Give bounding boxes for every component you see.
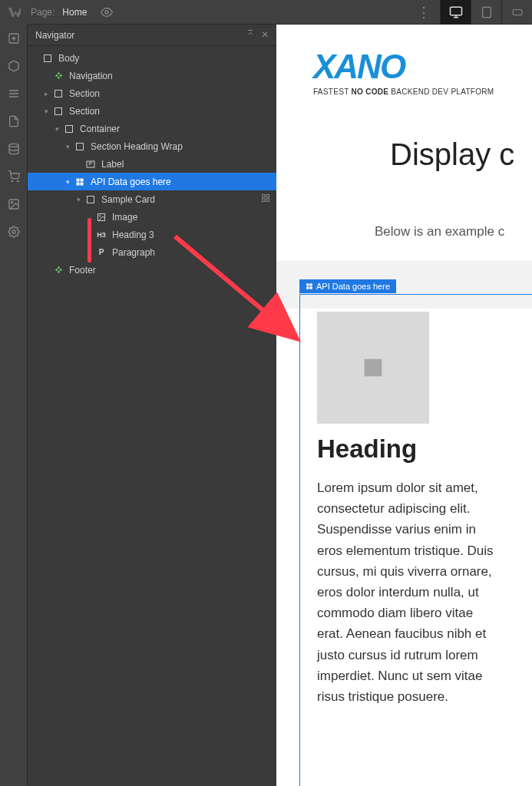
page-name[interactable]: Home [62,7,87,18]
card-heading[interactable]: Heading [317,434,515,464]
svg-rect-25 [266,199,269,202]
svg-rect-1 [450,7,461,15]
component-icon [52,266,64,274]
collapse-icon[interactable] [246,29,255,41]
more-icon[interactable]: ⋮ [408,4,440,21]
container-icon [63,124,75,134]
close-panel-icon[interactable]: ✕ [261,29,269,41]
desktop-view-button[interactable] [440,0,471,25]
api-data-label[interactable]: API Data goes here [299,279,396,293]
div-icon [74,142,86,151]
svg-rect-19 [77,182,80,185]
pages-button[interactable] [0,52,28,80]
navigator-tree: Body Navigation ▸ Section ▾ Section ▾ Co… [28,46,276,279]
tool-sidebar [0,25,28,786]
settings-button[interactable] [0,218,28,246]
page-title: Display c [390,137,532,172]
tree-section-2[interactable]: ▾ Section [28,102,276,120]
ecommerce-button[interactable] [0,163,28,190]
tree-image[interactable]: Image [28,208,276,226]
tablet-view-button[interactable] [471,0,501,25]
design-canvas[interactable]: XANO FASTEST NO CODE BACKEND DEV PLATFOR… [276,25,532,786]
page-label: Page: [31,7,55,18]
svg-rect-13 [55,107,62,114]
tree-container[interactable]: ▾ Container [28,120,276,137]
navigator-header: Navigator ✕ [28,25,276,46]
image-tree-icon [95,213,107,222]
logo-block: XANO FASTEST NO CODE BACKEND DEV PLATFOR… [313,48,532,96]
xano-logo: XANO [313,48,532,86]
assets-button[interactable] [0,190,28,218]
tree-heading3[interactable]: H3 Heading 3 [28,226,276,243]
svg-point-0 [105,11,108,14]
div-icon [84,195,97,204]
preview-icon[interactable] [101,6,113,18]
svg-point-9 [12,202,13,203]
heading-icon: H3 [95,231,107,239]
tree-section-heading-wrap[interactable]: ▾ Section Heading Wrap [28,137,276,155]
grid-badge-icon [261,193,270,205]
component-icon [52,71,64,80]
tree-navigation[interactable]: Navigation [28,67,276,84]
svg-rect-28 [306,283,309,286]
svg-rect-3 [513,9,522,15]
svg-point-5 [9,144,18,147]
navigator-panel: Navigator ✕ Body Navigation ▸ Section ▾ … [28,25,276,786]
svg-point-7 [18,180,18,181]
api-label-text: API Data goes here [316,282,390,291]
navigator-button[interactable] [0,80,28,107]
tree-section-1[interactable]: ▸ Section [28,84,276,102]
svg-rect-12 [55,90,62,97]
image-icon [358,355,388,381]
api-data-container[interactable]: Heading Lorem ipsum dolor sit amet, cons… [299,294,532,786]
navigator-title: Navigator [35,30,74,41]
body-icon [41,54,54,63]
svg-rect-18 [81,178,84,181]
grid-icon [74,177,86,187]
section-icon [52,107,64,116]
svg-rect-20 [81,182,84,185]
svg-rect-22 [263,195,266,198]
tree-footer[interactable]: Footer [28,261,276,279]
svg-point-27 [100,215,101,216]
webflow-logo-icon[interactable] [0,0,28,25]
add-element-button[interactable] [0,25,28,52]
svg-rect-11 [45,54,51,61]
grid-icon [306,282,313,290]
page-subtitle: Below is an example c [375,224,532,239]
annotation-highlight [88,218,91,263]
svg-rect-29 [309,283,312,286]
image-placeholder[interactable] [317,312,429,424]
svg-rect-31 [309,286,312,289]
cms-button[interactable] [0,135,28,163]
svg-rect-2 [482,7,491,17]
tree-api-data[interactable]: ▾ API Data goes here [28,173,276,190]
svg-rect-24 [263,199,266,202]
tagline: FASTEST NO CODE BACKEND DEV PLATFORM [313,88,532,96]
file-button[interactable] [0,107,28,135]
tree-sample-card[interactable]: ▾ Sample Card [28,190,276,208]
tree-label[interactable]: Label [28,155,276,173]
svg-rect-17 [77,178,80,181]
svg-rect-21 [88,196,94,203]
card-paragraph[interactable]: Lorem ipsum dolor sit amet, consectetur … [317,477,494,707]
svg-point-6 [12,180,12,181]
svg-rect-23 [266,195,269,198]
svg-rect-30 [306,286,309,289]
mobile-landscape-button[interactable] [501,0,532,25]
svg-point-10 [12,230,15,233]
svg-rect-14 [66,125,73,132]
paragraph-icon: P [95,248,107,256]
svg-rect-15 [77,143,84,150]
section-icon [52,89,64,98]
svg-point-32 [367,362,370,365]
tree-paragraph[interactable]: P Paragraph [28,243,276,261]
topbar: Page: Home ⋮ [0,0,532,25]
textblock-icon [84,160,97,169]
tree-body[interactable]: Body [28,49,276,67]
